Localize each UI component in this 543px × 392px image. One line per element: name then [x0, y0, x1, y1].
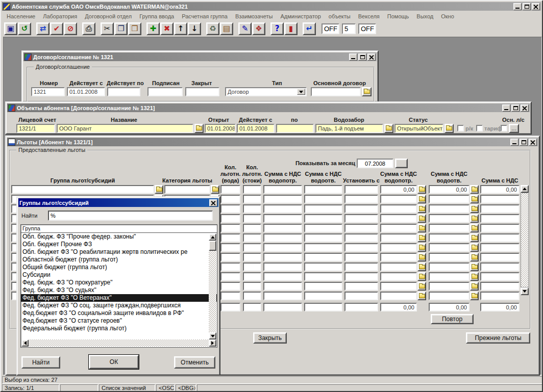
grid-cell[interactable] [220, 243, 240, 252]
grid-cell[interactable] [243, 272, 261, 281]
grid-cell[interactable] [480, 224, 520, 232]
grid-cell[interactable] [429, 263, 470, 271]
list-item[interactable]: Субсидии [21, 271, 217, 279]
grid-cell[interactable] [243, 263, 261, 271]
grid-cell[interactable] [304, 243, 342, 252]
grid-cell[interactable] [429, 233, 470, 242]
grid-cell[interactable] [480, 233, 520, 242]
grid-cell[interactable] [304, 185, 342, 194]
minimize-button[interactable] [349, 54, 357, 61]
lov-button[interactable] [362, 87, 372, 96]
grid-cell[interactable] [480, 272, 520, 281]
lov-button[interactable] [194, 124, 204, 133]
grid-cell[interactable]: 0,00 [380, 185, 417, 194]
grid-cell[interactable] [243, 282, 261, 291]
enter-query-button[interactable]: ⇄ [36, 22, 50, 35]
menu-item-2[interactable]: Лаборатория [43, 13, 77, 19]
grid-cell[interactable] [380, 195, 417, 203]
folder-button[interactable] [417, 263, 426, 271]
grid-cell[interactable] [263, 214, 302, 223]
opened-field[interactable]: 01.01.2008 [205, 124, 236, 133]
minimize-button[interactable] [513, 3, 522, 10]
menu-item-6[interactable]: Взаимозачеты [235, 13, 273, 19]
grid-cell[interactable]: 0,00 [429, 185, 470, 194]
close-button[interactable] [532, 3, 540, 10]
ok-button[interactable]: ОК [89, 355, 139, 369]
valid-from-field[interactable]: 01.01.2008 [67, 87, 105, 96]
rollback-button[interactable]: ↺ [18, 22, 31, 35]
folder-button[interactable] [417, 282, 426, 291]
grid-cell[interactable] [263, 185, 302, 194]
grid-cell[interactable] [263, 292, 302, 300]
close-form-button[interactable]: Закрыть [253, 332, 287, 344]
grid-cell[interactable] [220, 185, 240, 194]
exit-button[interactable]: ▮ [284, 22, 298, 35]
close-button[interactable] [521, 104, 529, 112]
grid-cell[interactable] [304, 214, 342, 223]
list-item[interactable]: Фед.бюджет ФЗ "О социальной защите инвал… [21, 309, 217, 317]
type-combo[interactable]: Договор [225, 87, 307, 96]
windows-list-button[interactable]: ❖ [252, 22, 265, 35]
grid-cell[interactable] [263, 233, 302, 242]
scroll-up-button[interactable] [521, 185, 529, 193]
grid-cell[interactable] [220, 272, 240, 281]
grid-cell[interactable] [220, 263, 240, 271]
list-item[interactable]: Общий бюджет (группа льгот) [21, 264, 217, 271]
grid-cell[interactable] [480, 263, 520, 271]
grid-cell[interactable] [243, 224, 261, 232]
list-item[interactable]: Фед. бюдж. ФЗ "О прокуратуре" [21, 279, 217, 286]
grid-cell[interactable] [243, 253, 261, 262]
scrollbar-track[interactable] [209, 251, 216, 332]
mode-field-2[interactable]: OFF [358, 23, 376, 34]
grid-cell[interactable] [220, 224, 240, 232]
menu-item-1[interactable]: Население [7, 13, 35, 19]
maximize-button[interactable] [358, 54, 366, 61]
folder-button[interactable] [470, 263, 479, 271]
main-contract-field[interactable] [311, 87, 361, 96]
grid-cell[interactable] [429, 272, 470, 281]
grid-cell[interactable] [380, 263, 417, 271]
scroll-down-button[interactable] [521, 288, 529, 295]
copy-button[interactable]: ❐ [114, 22, 128, 35]
delete-record-button[interactable]: ✖ [160, 22, 174, 35]
close-button[interactable] [367, 54, 376, 61]
chevron-down-icon[interactable] [297, 89, 305, 95]
grid-cell[interactable] [263, 195, 302, 203]
grid-cell[interactable] [429, 292, 470, 300]
save-button[interactable]: ▣ [4, 22, 17, 35]
previous-record-button[interactable]: ↑ [174, 22, 187, 35]
grid-cell[interactable] [344, 263, 378, 271]
folder-button[interactable] [470, 292, 479, 300]
name-field[interactable]: ООО Гарант [57, 124, 193, 133]
grid-cell[interactable]: 0,00 [480, 185, 520, 194]
grid-cell[interactable] [344, 282, 378, 291]
grid-cell[interactable] [429, 224, 470, 232]
grid-cell[interactable] [380, 214, 417, 223]
menu-item-9[interactable]: Векселя [358, 13, 380, 19]
execute-query-button[interactable]: ✔ [50, 22, 63, 35]
grid-cell[interactable] [344, 224, 378, 232]
menu-item-3[interactable]: Договорной отдел [85, 13, 132, 19]
lov-button[interactable] [445, 124, 454, 133]
folder-button[interactable] [470, 243, 479, 252]
grid-cell[interactable] [480, 204, 520, 213]
grid-cell[interactable] [380, 233, 417, 242]
close-button[interactable] [529, 139, 537, 146]
list-item[interactable]: Федеральный бюджет (группа льгот) [21, 325, 217, 332]
grid-cell[interactable] [243, 292, 261, 300]
status-field[interactable]: ОткрытыйОбъект [394, 124, 443, 133]
grid-cell[interactable] [480, 253, 520, 262]
folder-button[interactable] [417, 292, 426, 300]
repeat-button[interactable]: Повтор [431, 314, 474, 324]
grid-cell[interactable] [380, 272, 417, 281]
grid-cell[interactable] [380, 282, 417, 291]
intake-field[interactable]: Падь, 1-й подъем [315, 124, 383, 133]
grid-cell[interactable] [480, 292, 520, 300]
grid-cell[interactable] [220, 214, 240, 223]
lov-button[interactable] [211, 185, 219, 194]
grid-cell[interactable] [344, 185, 378, 194]
menu-item-12[interactable]: Окно [441, 13, 454, 19]
grid-cell[interactable] [243, 243, 261, 252]
grid-cell[interactable] [263, 204, 302, 213]
grid-cell[interactable] [429, 243, 470, 252]
